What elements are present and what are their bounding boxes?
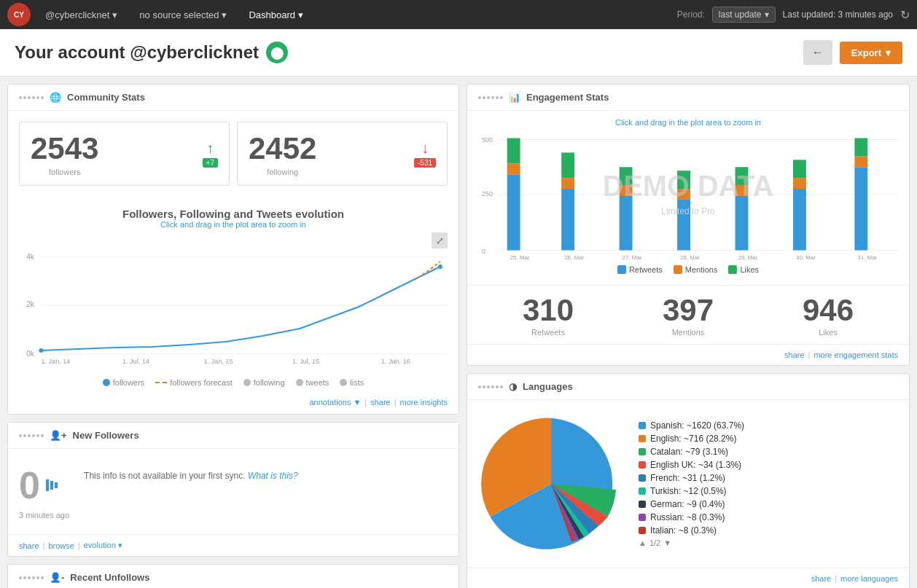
svg-rect-21 <box>507 138 520 164</box>
language-pagination: ▲ 1/2 ▼ <box>639 538 898 547</box>
chart-legend: followers followers forecast following t… <box>8 375 458 394</box>
export-label: Export <box>851 47 881 58</box>
new-followers-panel: 👤+ New Followers 0 3 minutes ago <box>7 422 459 557</box>
engagement-share-button[interactable]: share <box>784 350 805 359</box>
legend-lists-label: lists <box>350 378 364 387</box>
more-languages-button[interactable]: more languages <box>840 574 898 583</box>
up-arrow-icon: ↑ <box>206 140 214 157</box>
more-insights-button[interactable]: more insights <box>400 398 448 407</box>
recent-unfollows-header: 👤- Recent Unfollows <box>8 565 458 588</box>
engagement-stats-panel: 📊 Engagement Stats Click and drag in the… <box>467 84 910 366</box>
chart-subtitle: Click and drag in the plot area to zoom … <box>19 220 448 229</box>
followers-chart-container: Followers, Following and Tweets evolutio… <box>8 197 458 375</box>
more-engagement-button[interactable]: more engagement stats <box>813 350 898 359</box>
svg-text:25. Mar: 25. Mar <box>510 254 530 261</box>
bar-chart-icon: 📊 <box>509 92 520 103</box>
legend-tweets: tweets <box>296 378 329 387</box>
following-label: following <box>249 168 316 176</box>
svg-rect-23 <box>561 189 574 250</box>
legend-following-label: following <box>254 378 285 387</box>
globe-icon: 🌐 <box>50 92 61 103</box>
svg-text:1. Jan, 16: 1. Jan, 16 <box>381 358 410 365</box>
new-followers-info-link[interactable]: What is this? <box>248 471 298 481</box>
engagement-chart-area: Click and drag in the plot area to zoom … <box>467 111 909 285</box>
community-stats-title: Community Stats <box>67 92 145 103</box>
retweets-stat: 310 Retweets <box>478 293 618 337</box>
following-delta: -531 <box>414 158 436 168</box>
likes-number: 946 <box>758 293 898 328</box>
svg-text:1. Jul, 14: 1. Jul, 14 <box>122 358 149 365</box>
stats-row: 2543 followers ↑ +7 2452 following ↓ <box>8 111 458 197</box>
panel-dots <box>19 576 44 579</box>
following-change: ↓ -531 <box>414 140 436 168</box>
new-followers-time: 3 minutes ago <box>19 511 69 520</box>
period-selector[interactable]: last update ▾ <box>712 7 776 23</box>
new-followers-content: 0 3 minutes ago This info is not availab… <box>8 449 458 534</box>
svg-text:30. Mar: 30. Mar <box>796 254 816 261</box>
refresh-icon[interactable]: ↻ <box>900 8 910 22</box>
svg-point-12 <box>438 264 442 269</box>
likes-stat: 946 Likes <box>758 293 898 337</box>
list-item: Spanish: ~1620 (63.7%) <box>639 420 898 431</box>
back-button[interactable]: ← <box>803 40 832 65</box>
svg-point-11 <box>39 348 43 353</box>
following-number: 2452 <box>249 131 316 166</box>
engagement-numbers: 310 Retweets 397 Mentions 946 Likes <box>467 285 909 344</box>
period-label: Period: <box>677 9 705 20</box>
source-selector[interactable]: no source selected ▾ <box>132 7 234 23</box>
chart-actions: annotations ▼ | share | more insights <box>8 394 458 414</box>
legend-following: following <box>243 378 285 387</box>
evolution-button[interactable]: evolution ▾ <box>84 541 122 550</box>
svg-text:DEMO DATA: DEMO DATA <box>603 170 774 202</box>
engagement-bar-chart[interactable]: 500 250 0 25. Mar <box>478 130 898 262</box>
panel-dots <box>19 96 44 99</box>
followers-line-chart[interactable]: 4k 2k 0k 1. Jan, 14 1. Jul, 14 1. Jan, 1… <box>19 248 448 365</box>
page-title-text: Your account @cyberclicknet <box>15 42 259 63</box>
legend-likes: Likes <box>728 265 759 274</box>
new-followers-header: 👤+ New Followers <box>8 423 458 449</box>
followers-delta: +7 <box>203 158 218 168</box>
community-stats-header: 🌐 Community Stats <box>8 85 458 111</box>
new-followers-title: New Followers <box>73 430 139 441</box>
account-selector[interactable]: @cyberclicknet ▾ <box>38 7 125 23</box>
triangle-down-icon[interactable]: ▼ <box>663 538 671 547</box>
page-header: Your account @cyberclicknet ⬤ ← Export ▾ <box>0 29 917 77</box>
svg-text:26. Mar: 26. Mar <box>564 254 584 261</box>
legend-forecast-label: followers forecast <box>170 378 233 387</box>
share-chart-button[interactable]: share <box>370 398 391 407</box>
list-item: Italian: ~8 (0.3%) <box>639 525 898 536</box>
followers-number: 2543 <box>31 131 98 166</box>
svg-rect-41 <box>793 160 806 178</box>
browse-button[interactable]: browse <box>48 541 74 550</box>
share-button[interactable]: share <box>19 541 39 550</box>
annotations-button[interactable]: annotations ▼ <box>310 398 362 407</box>
period-value: last update <box>719 9 762 20</box>
svg-text:0: 0 <box>482 248 485 255</box>
expand-chart-button[interactable]: ⤢ <box>432 232 448 248</box>
dashboard-menu[interactable]: Dashboard ▾ <box>241 7 311 23</box>
languages-header: ◑ Languages <box>467 374 909 400</box>
pie-chart-icon: ◑ <box>509 381 517 392</box>
new-followers-icon: 👤+ <box>50 430 67 441</box>
new-followers-footer: share | browse | evolution ▾ <box>8 534 458 556</box>
retweets-number: 310 <box>478 293 618 328</box>
recent-unfollows-icon: 👤- <box>50 572 64 583</box>
engagement-stats-header: 📊 Engagement Stats <box>467 85 909 111</box>
community-stats-panel: 🌐 Community Stats 2543 followers ↑ +7 <box>7 84 459 415</box>
list-item: Catalan: ~79 (3.1%) <box>639 447 898 457</box>
svg-text:1. Jan, 15: 1. Jan, 15 <box>203 358 233 365</box>
svg-rect-39 <box>793 189 806 250</box>
languages-footer: share | more languages <box>467 568 909 588</box>
followers-change: ↑ +7 <box>203 140 218 168</box>
nav-right: Period: last update ▾ Last updated: 3 mi… <box>677 7 910 23</box>
languages-share-button[interactable]: share <box>811 574 832 583</box>
svg-text:500: 500 <box>482 136 493 144</box>
export-button[interactable]: Export ▾ <box>840 42 902 64</box>
languages-pie-chart <box>478 411 624 557</box>
svg-text:250: 250 <box>482 190 493 197</box>
list-item: German: ~9 (0.4%) <box>639 499 898 509</box>
list-item: English UK: ~34 (1.3%) <box>639 460 898 470</box>
account-icon: ⬤ <box>266 42 288 63</box>
mentions-label: Mentions <box>618 328 758 337</box>
list-item: Turkish: ~12 (0.5%) <box>639 486 898 496</box>
